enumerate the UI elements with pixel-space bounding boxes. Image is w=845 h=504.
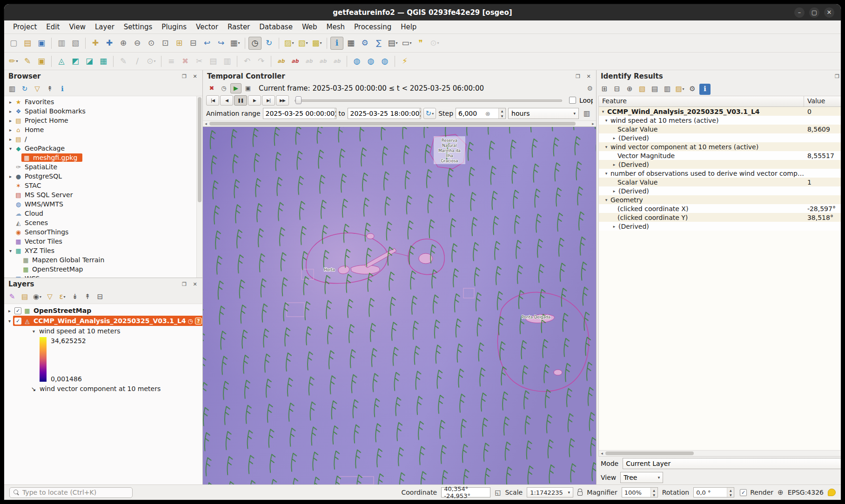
menu-processing[interactable]: Processing	[350, 21, 396, 33]
pause-button[interactable]: ❚❚	[234, 95, 247, 106]
browser-item-cloud[interactable]: ☁Cloud	[4, 209, 196, 218]
spin-buttons[interactable]	[727, 488, 734, 497]
skip-to-start-button[interactable]: |◀	[206, 95, 219, 106]
export-animation-icon[interactable]: ▥	[581, 108, 592, 119]
select-features-button[interactable]: ▨▾	[282, 37, 295, 50]
spin-down-icon[interactable]	[651, 492, 657, 497]
view-combo[interactable]: Tree ▾	[620, 472, 663, 483]
close-button[interactable]: ✕	[824, 7, 834, 18]
crs-globe-icon[interactable]: ⊕	[778, 488, 784, 497]
temporal-navigation-off-button[interactable]: ✖	[206, 83, 217, 93]
set-to-full-range-button[interactable]: ↻▾	[423, 108, 436, 119]
identify-settings-button[interactable]: ⚙	[687, 84, 698, 95]
manage-map-themes-button[interactable]: ◉▾	[32, 292, 43, 303]
layer-item-ccmp-mesh[interactable]: ▾ ◬ CCMP_Wind_Analysis_20250325_V03.1_L4…	[4, 316, 202, 326]
new-project-button[interactable]: ▢	[7, 37, 20, 50]
browser-scrollbar[interactable]	[196, 96, 202, 278]
spin-down-icon[interactable]	[335, 113, 336, 119]
play-forward-button[interactable]: ▶	[248, 95, 261, 106]
metasearch-button[interactable]: ◍	[350, 55, 363, 68]
identify-row[interactable]: Scalar Value1	[599, 178, 841, 186]
identify-row[interactable]: ▸(Derived)	[599, 222, 841, 231]
expander-icon[interactable]: ▾	[6, 318, 13, 324]
spin-down-icon[interactable]	[727, 492, 734, 497]
loop-checkbox[interactable]	[569, 97, 576, 104]
show-layout-manager-button[interactable]: ▧	[69, 37, 82, 50]
web-tools-button[interactable]: ◍	[378, 55, 391, 68]
browser-item-project-home[interactable]: ▸▤Project Home	[4, 116, 196, 125]
browser-item-scenes[interactable]: ◭Scenes	[4, 218, 196, 227]
expander-icon[interactable]: ▸	[611, 162, 617, 167]
menu-settings[interactable]: Settings	[120, 21, 157, 33]
browser-item-spatial-bookmarks[interactable]: ▸❖Spatial Bookmarks	[4, 106, 196, 116]
menu-database[interactable]: Database	[255, 21, 297, 33]
zoom-out-button[interactable]: ⊖	[131, 37, 144, 50]
expander-icon[interactable]: ▸	[7, 99, 14, 105]
scroll-left-icon[interactable]: ◂	[203, 121, 209, 126]
browser-item-mapzen-global-terrain[interactable]: ▦Mapzen Global Terrain	[4, 255, 196, 265]
identify-row[interactable]: Vector Magnitude8,55517	[599, 151, 841, 160]
browser-item-wcs[interactable]: ▦WCS	[4, 274, 196, 278]
save-layer-edits-button[interactable]: ▣	[35, 55, 48, 68]
legend-item-wind-vector[interactable]: ↘ wind vector component at 10 meters	[4, 384, 202, 394]
collapse-all-button[interactable]: ↟	[44, 84, 55, 95]
pan-map-button[interactable]: ✚	[89, 37, 102, 50]
zoom-to-selection-button[interactable]: ⊞	[173, 37, 186, 50]
collapse-all-button[interactable]: ↟	[82, 292, 93, 303]
time-slider[interactable]	[295, 95, 562, 106]
menu-project[interactable]: Project	[9, 21, 41, 33]
expander-icon[interactable]: ▾	[603, 171, 610, 176]
add-selected-layers-button[interactable]: ▥	[7, 84, 18, 95]
remove-layer-button[interactable]: ⊟	[94, 292, 106, 303]
expander-icon[interactable]: ▾	[603, 198, 610, 202]
spin-down-icon[interactable]	[420, 113, 421, 119]
browser-item-geopackage[interactable]: ▾◆GeoPackage	[4, 144, 196, 153]
properties-widget-button[interactable]: ℹ	[57, 84, 68, 95]
temporal-navigation-animated-button[interactable]: ▶	[230, 83, 241, 93]
spin-up-icon[interactable]	[499, 108, 505, 113]
lock-scale-icon[interactable]	[577, 491, 583, 496]
menu-view[interactable]: View	[65, 21, 90, 33]
processing-toolbox-button[interactable]: ⚙	[358, 37, 371, 50]
expander-icon[interactable]: ▸	[7, 174, 14, 179]
browser-item-ms-sql-server[interactable]: ▤MS SQL Server	[4, 190, 196, 199]
temporal-controller-button[interactable]: ◷	[248, 37, 262, 50]
mode-combo[interactable]: Current Layer ▾	[623, 458, 841, 469]
identify-row[interactable]: ▾wind speed at 10 meters (active)	[599, 116, 841, 125]
layer-notes-icon[interactable]	[195, 318, 202, 325]
browser-item-openstreetmap[interactable]: ▦OpenStreetMap	[4, 265, 196, 274]
menu-web[interactable]: Web	[298, 21, 322, 33]
zoom-to-layer-button[interactable]: ⊟	[187, 37, 200, 50]
temporal-navigation-movie-button[interactable]: ▣	[242, 83, 254, 93]
expander-icon[interactable]: ▸	[7, 118, 14, 123]
expander-icon[interactable]: ▸	[611, 189, 617, 193]
spin-up-icon[interactable]	[335, 108, 336, 113]
spin-buttons[interactable]	[419, 108, 421, 119]
expander-icon[interactable]: ▸	[6, 308, 13, 313]
select-by-value-button[interactable]: ▧▾	[296, 37, 309, 50]
close-panel-icon[interactable]	[192, 281, 198, 287]
zoom-native-button[interactable]: ⊙	[145, 37, 158, 50]
menu-help[interactable]: Help	[396, 21, 421, 33]
expand-all-button[interactable]: ↡	[69, 292, 80, 303]
spin-buttons[interactable]	[651, 488, 657, 497]
map-tips-button[interactable]: ❞	[414, 37, 427, 50]
open-project-button[interactable]: ▤	[21, 37, 34, 50]
expander-icon[interactable]: ▾	[7, 146, 14, 151]
browser-item-sensorthings[interactable]: ◉SensorThings	[4, 227, 196, 237]
copy-feature-button[interactable]: ▤	[649, 84, 660, 95]
step-forward-button[interactable]: ▶|	[262, 95, 275, 106]
spin-buttons[interactable]	[498, 108, 505, 119]
mesh-force-lines-button[interactable]: ▦	[97, 55, 110, 68]
digitize-mesh-button[interactable]: ◬	[55, 55, 68, 68]
legend-item-wind-speed[interactable]: ▾ wind speed at 10 meters	[4, 326, 202, 336]
scroll-left-icon[interactable]: ◂	[599, 451, 605, 456]
statistical-summary-button[interactable]: ▤▾	[386, 37, 399, 50]
mesh-transform-button[interactable]: ◩	[69, 55, 82, 68]
expander-icon[interactable]: ▾	[600, 109, 606, 114]
spin-up-icon[interactable]	[727, 488, 734, 492]
value-column-header[interactable]: Value	[804, 96, 841, 106]
crs-label[interactable]: EPSG:4326	[788, 489, 824, 496]
undock-panel-icon[interactable]	[834, 73, 840, 80]
identify-mode-button[interactable]: ▨▾	[674, 84, 685, 95]
